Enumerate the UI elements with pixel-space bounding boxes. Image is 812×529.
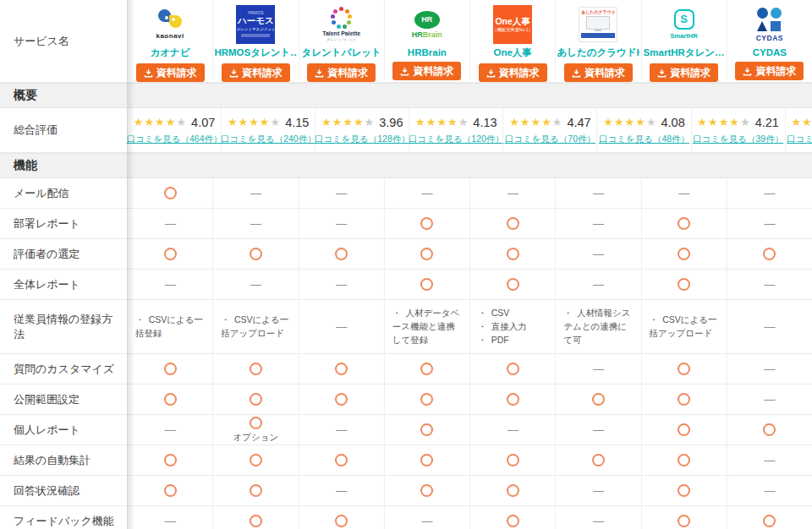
star-icon: ★: [176, 116, 187, 128]
circle-mark: [250, 363, 262, 375]
list-item: ・ CSV: [478, 307, 547, 320]
star-icon: ★: [332, 116, 343, 128]
feature-cell: —: [555, 178, 640, 208]
reviews-link[interactable]: 口コミを見る（120件）: [409, 134, 504, 145]
download-icon: [144, 68, 153, 78]
feature-cell: [641, 209, 727, 238]
rating-cell: ★★★★★4.13口コミを見る（120件）: [409, 108, 502, 152]
feature-cell: ・ 人材データベース機能と連携して登録: [384, 300, 469, 353]
circle-mark: [335, 393, 348, 406]
palette-dot: [345, 9, 349, 14]
rating-cells: ★★★★★4.07口コミを見る（464件）★★★★★4.15口コミを見る（240…: [127, 108, 812, 152]
feature-cell: [384, 354, 469, 384]
feature-row: 結果の自動集計—: [0, 445, 812, 476]
section-title: 概要: [14, 88, 37, 103]
feature-row: 評価者の選定—: [0, 239, 812, 270]
palette-dot: [348, 14, 352, 19]
service-column: HRHRBrain HRBrain 資料請求: [384, 0, 469, 82]
palette-dot: [339, 7, 343, 11]
kaonavi-logo: kaonavi: [156, 9, 184, 40]
circle-mark: [420, 217, 433, 230]
star-icon: ★: [155, 116, 166, 128]
dash-mark: —: [165, 515, 176, 526]
hrmos-logo: HRMOSハーモスタレントマネジメント: [236, 5, 275, 44]
circle-mark: [164, 393, 177, 406]
feature-cell: [127, 354, 212, 384]
feature-cell: [384, 209, 469, 238]
star-icon: ★: [426, 116, 437, 128]
request-docs-label: 資料請求: [499, 68, 540, 78]
hrbrain-logo: HRHRBrain: [412, 11, 442, 39]
dash-mark: —: [165, 424, 176, 435]
circle-mark: [507, 484, 519, 497]
service-logo: CYDAS: [756, 4, 783, 45]
reviews-link[interactable]: 口コミを見る（240件）: [221, 134, 316, 145]
star-icon: ★: [646, 116, 657, 128]
feature-cells: ———————: [127, 178, 812, 208]
feature-cell: [727, 415, 812, 444]
ashita-logo: あしたのクラウド: [579, 7, 617, 42]
thumb-monitor: [586, 16, 610, 30]
feature-cell: [469, 476, 555, 505]
service-column: One人事（機能充実度No.1） One人事 資料請求: [469, 0, 555, 82]
feature-label: 従業員情報の登録方法: [0, 300, 127, 353]
feature-cell: [384, 415, 469, 444]
logo-caption: SmartHR: [671, 32, 698, 40]
star-icon: ★: [552, 116, 563, 128]
circle-mark: [420, 248, 433, 260]
star-icon: ★: [625, 116, 636, 128]
feature-cell: [469, 506, 555, 529]
circle-mark: [678, 423, 690, 436]
reviews-link[interactable]: 口コミを見る（48件）: [599, 134, 689, 145]
dash-mark: —: [593, 485, 604, 496]
request-docs-button[interactable]: 資料請求: [222, 63, 290, 82]
reviews-link[interactable]: 口コミを見る（128件）: [315, 134, 410, 145]
request-docs-button[interactable]: 資料請求: [307, 63, 376, 82]
star-icon: ★: [458, 116, 469, 128]
feature-cell: —: [727, 476, 812, 505]
request-docs-button[interactable]: 資料請求: [564, 63, 633, 82]
rating-value: 4.21: [755, 116, 779, 129]
request-docs-button[interactable]: 資料請求: [735, 62, 804, 80]
feature-cells: —: [127, 384, 812, 414]
request-docs-label: 資料請求: [242, 68, 283, 78]
circle-mark: [678, 248, 690, 260]
star-icon: ★: [509, 116, 520, 128]
shape-circle-light: [771, 8, 782, 19]
star-icon: ★: [144, 116, 155, 128]
star-icon: ★: [635, 116, 646, 128]
circle-mark: [592, 393, 605, 406]
request-docs-button[interactable]: 資料請求: [479, 63, 547, 82]
circle-mark: [250, 393, 262, 406]
feature-cell: [555, 445, 640, 475]
dash-mark: —: [336, 485, 347, 496]
reviews-link[interactable]: 口コミを見る（40件）: [787, 134, 812, 145]
dash-mark: —: [336, 321, 347, 332]
dash-mark: —: [593, 363, 604, 374]
feature-cell: [299, 239, 384, 269]
request-docs-button[interactable]: 資料請求: [392, 62, 461, 80]
star-rating: ★★★★★: [415, 117, 469, 128]
service-name: SmartHRタレン…: [644, 46, 725, 59]
request-docs-button[interactable]: 資料請求: [650, 63, 718, 82]
feature-cell: ・ 人材情報システムとの連携にて可: [555, 300, 640, 353]
palette-dot: [331, 14, 335, 19]
logo-main-text: ハーモス: [238, 15, 274, 27]
feature-cells: ・ CSVによる一括登録・ CSVによる一括アップロード—・ 人材データベース機…: [127, 300, 812, 353]
feature-row: 回答状況確認———: [0, 476, 812, 506]
circle-mark: [250, 417, 262, 429]
download-icon: [315, 68, 324, 78]
feature-cells: ———: [127, 476, 812, 505]
section-header-row: 概要: [0, 83, 812, 108]
star-icon: ★: [802, 116, 812, 128]
feature-row: メール配信———————: [0, 178, 812, 209]
thumb-stand: [595, 30, 601, 31]
request-docs-button[interactable]: 資料請求: [136, 63, 205, 82]
feature-cell: [641, 239, 727, 269]
reviews-link[interactable]: 口コミを見る（39件）: [693, 134, 783, 145]
feature-cell: [641, 384, 727, 414]
feature-cell: —: [384, 506, 469, 529]
list-item: ・ CSVによる一括アップロード: [650, 314, 719, 341]
reviews-link[interactable]: 口コミを見る（464件）: [127, 134, 222, 145]
reviews-link[interactable]: 口コミを見る（70件）: [505, 134, 595, 145]
